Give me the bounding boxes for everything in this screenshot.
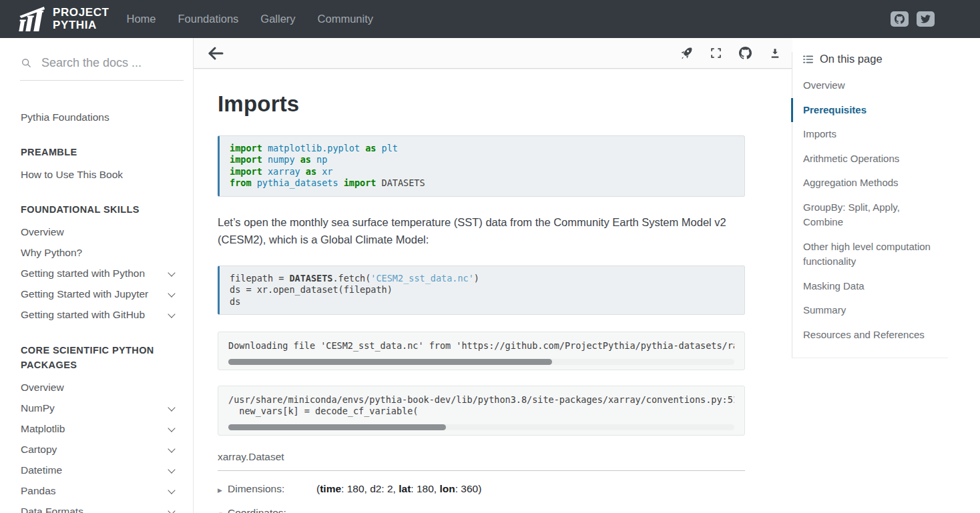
sidebar-item-label: Getting started with Python xyxy=(21,268,169,280)
sidebar-item-why-python[interactable]: Why Python? xyxy=(21,243,178,264)
sidebar-item: Getting started with GitHub xyxy=(21,305,178,326)
sidebar-item-label: How to Use This Book xyxy=(21,169,178,181)
chevron-down-icon[interactable] xyxy=(168,486,175,494)
sidebar-item-data-formats[interactable]: Data Formats xyxy=(21,502,178,513)
sidebar-section-list: How to Use This Book xyxy=(21,164,178,185)
github-repo-icon[interactable] xyxy=(739,47,752,59)
output-warning: /usr/share/miniconda/envs/pythia-book-de… xyxy=(218,386,745,436)
toc-item-masking-data[interactable]: Masking Data xyxy=(791,274,948,299)
dimensions-value: (time: 180, d2: 2, lat: 180, lon: 360) xyxy=(316,483,481,495)
output-download-text: Downloading file 'CESM2_sst_data.nc' fro… xyxy=(228,340,734,352)
search-icon xyxy=(21,58,31,68)
rocket-icon[interactable] xyxy=(680,47,693,59)
search-box[interactable] xyxy=(20,54,184,81)
main-content: Imports import matplotlib.pyplot as plti… xyxy=(194,38,792,513)
sidebar-item-getting-started-with-python[interactable]: Getting started with Python xyxy=(21,264,178,284)
dimensions-expander[interactable]: ▶ Dimensions: xyxy=(218,483,316,495)
sidebar-caption-preamble: PREAMBLE xyxy=(21,145,178,159)
sidebar-item-label: Overview xyxy=(21,226,178,238)
code-line: import numpy as np xyxy=(230,154,734,165)
sidebar-item: Data Formats xyxy=(21,502,178,513)
sidebar-item-label: Getting started with GitHub xyxy=(21,309,169,321)
sidebar-item-getting-started-with-jupyter[interactable]: Getting Started with Jupyter xyxy=(21,284,178,305)
sidebar-item-label: Datetime xyxy=(21,464,169,476)
code-cell-open-dataset[interactable]: filepath = DATASETS.fetch('CESM2_sst_dat… xyxy=(218,266,745,315)
toc-item-groupby-split-apply-combine[interactable]: GroupBy: Split, Apply, Combine xyxy=(791,195,948,235)
code-line: import xarray as xr xyxy=(230,166,734,177)
navbar-link-community[interactable]: Community xyxy=(318,13,373,25)
sidebar-item: Overview xyxy=(21,378,178,398)
horizontal-scrollbar[interactable] xyxy=(228,359,734,365)
page-title: Imports xyxy=(218,91,745,117)
sidebar-item: Datetime xyxy=(21,460,178,481)
toc-item-resources-and-references[interactable]: Resources and References xyxy=(791,323,948,348)
toc-item-arithmetic-operations[interactable]: Arithmetic Operations xyxy=(791,147,948,171)
collapsed-arrow-icon: ▶ xyxy=(218,487,224,494)
code-line: import matplotlib.pyplot as plt xyxy=(230,143,734,154)
sidebar-item: Overview xyxy=(21,222,178,243)
parthenon-icon xyxy=(16,6,47,33)
sidebar-item-overview[interactable]: Overview xyxy=(21,378,178,398)
coordinates-expander[interactable]: ▼ Coordinates: xyxy=(218,507,316,513)
chevron-down-icon[interactable] xyxy=(168,290,175,297)
sidebar-item-how-to-use-this-book[interactable]: How to Use This Book xyxy=(21,164,178,185)
sidebar-item: NumPy xyxy=(21,398,178,419)
sidebar-item: How to Use This Book xyxy=(21,164,178,185)
search-input[interactable] xyxy=(40,55,174,71)
sidebar-item-label: Pandas xyxy=(21,485,169,497)
sidebar-item: Why Python? xyxy=(21,243,178,264)
github-icon[interactable] xyxy=(891,11,909,27)
navbar-link-foundations[interactable]: Foundations xyxy=(178,13,239,25)
horizontal-scrollbar[interactable] xyxy=(228,424,734,430)
output-warning-text: /usr/share/miniconda/envs/pythia-book-de… xyxy=(228,394,734,418)
chevron-down-icon[interactable] xyxy=(168,466,175,473)
xarray-dataset-repr: xarray.Dataset ▶ Dimensions: (time: 180,… xyxy=(218,451,745,513)
navbar-item: Gallery xyxy=(260,13,295,25)
sidebar-item-label: Cartopy xyxy=(21,444,169,456)
fullscreen-icon[interactable] xyxy=(710,47,722,59)
sidebar-section-list: OverviewWhy Python?Getting started with … xyxy=(21,222,178,326)
sidebar-item-pythia-foundations[interactable]: Pythia Foundations xyxy=(21,107,178,127)
navbar-link-home[interactable]: Home xyxy=(127,13,156,25)
sidebar-caption-foundational-skills: FOUNDATIONAL SKILLS xyxy=(21,202,178,217)
back-arrow-icon[interactable] xyxy=(207,46,224,61)
toc-item-aggregation-methods[interactable]: Aggregation Methods xyxy=(791,171,948,195)
navbar-item: Community xyxy=(318,13,373,25)
sidebar-item-overview[interactable]: Overview xyxy=(21,222,178,243)
sidebar-item-pandas[interactable]: Pandas xyxy=(21,481,178,502)
intro-paragraph: Let’s open the monthly sea surface tempe… xyxy=(218,213,745,249)
list-icon xyxy=(803,55,813,64)
sidebar-item: Getting started with Python xyxy=(21,264,178,284)
chevron-down-icon[interactable] xyxy=(168,507,175,513)
header-actions xyxy=(680,47,781,59)
toc-item-imports[interactable]: Imports xyxy=(791,122,948,147)
sidebar-item-numpy[interactable]: NumPy xyxy=(21,398,178,419)
toc-list: OverviewPrerequisitesImportsArithmetic O… xyxy=(792,73,948,347)
twitter-icon[interactable] xyxy=(917,11,935,27)
code-cell-imports[interactable]: import matplotlib.pyplot as pltimport nu… xyxy=(218,135,745,197)
code-line: from pythia_datasets import DATASETS xyxy=(230,177,734,189)
sidebar-item-datetime[interactable]: Datetime xyxy=(21,460,178,481)
chevron-down-icon[interactable] xyxy=(168,445,175,452)
navbar-link-gallery[interactable]: Gallery xyxy=(260,13,295,25)
sidebar-section-list: OverviewNumPyMatplotlibCartopyDatetimePa… xyxy=(21,378,178,513)
article: Imports import matplotlib.pyplot as plti… xyxy=(194,69,792,513)
sidebar-item-cartopy[interactable]: Cartopy xyxy=(21,440,178,460)
toc-item-overview[interactable]: Overview xyxy=(791,73,948,98)
toc-item-other-high-level-computation-functionality[interactable]: Other high level computation functionali… xyxy=(791,235,948,274)
chevron-down-icon[interactable] xyxy=(168,269,175,276)
chevron-down-icon[interactable] xyxy=(168,310,175,318)
pythia-logo[interactable]: PROJECT PYTHIA xyxy=(16,6,109,33)
chevron-down-icon[interactable] xyxy=(168,404,175,411)
coordinates-section: ▼ Coordinates: xyxy=(218,507,745,513)
sidebar-item-matplotlib[interactable]: Matplotlib xyxy=(21,419,178,440)
toc-item-summary[interactable]: Summary xyxy=(791,298,948,323)
dataset-type-label: xarray.Dataset xyxy=(218,451,745,471)
navbar-item: Foundations xyxy=(178,13,239,25)
sidebar-item-getting-started-with-github[interactable]: Getting started with GitHub xyxy=(21,305,178,326)
sidebar-item-label: Why Python? xyxy=(21,247,178,259)
chevron-down-icon[interactable] xyxy=(168,424,175,432)
download-icon[interactable] xyxy=(769,47,781,59)
toc-item-prerequisites[interactable]: Prerequisites xyxy=(791,98,948,123)
sidebar-nav: Pythia Foundations PREAMBLEHow to Use Th… xyxy=(0,107,193,513)
